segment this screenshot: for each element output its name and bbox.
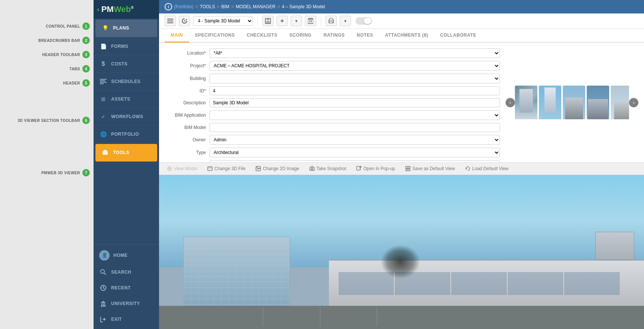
- list-view-button[interactable]: [165, 16, 176, 26]
- gallery-image-2[interactable]: [539, 86, 561, 119]
- app-container: ‹ PMWeb® 💡 PLANS 📄 FORMS $ COSTS: [94, 0, 644, 329]
- building-select[interactable]: [210, 74, 500, 83]
- history-button[interactable]: [179, 16, 190, 26]
- owner-label: Owner: [165, 137, 206, 142]
- annotation-badge-1: 1: [82, 22, 90, 30]
- annotation-label-5: HEADER: [63, 81, 80, 85]
- search-icon: [99, 268, 107, 276]
- annotation-panel: CONTROL PANEL 1 BREADCRUMBS BAR 2 HEADER…: [0, 0, 94, 329]
- gallery-image-5[interactable]: [611, 86, 629, 119]
- print-dropdown-button[interactable]: ▼: [340, 16, 351, 26]
- sidebar-item-plans[interactable]: 💡 PLANS: [95, 19, 157, 37]
- annotation-6: 3D VIEWER SECTION TOOLBAR 6: [4, 117, 90, 124]
- plans-label: PLANS: [113, 25, 129, 31]
- building-row: Building: [165, 74, 500, 83]
- save-default-button[interactable]: Save as Default View: [403, 165, 457, 172]
- bim-app-select[interactable]: [210, 110, 500, 120]
- description-label: Description: [165, 100, 206, 105]
- toggle-switch[interactable]: [355, 17, 372, 25]
- save-button[interactable]: [262, 16, 274, 26]
- print-button[interactable]: [326, 16, 337, 26]
- tab-ratings[interactable]: RATINGS: [318, 29, 351, 43]
- sidebar-item-tools[interactable]: TOOLS: [95, 144, 157, 162]
- recent-label: RECENT: [111, 285, 131, 290]
- sidebar-item-forms[interactable]: 📄 FORMS: [94, 38, 159, 55]
- view-model-button[interactable]: View Model: [165, 165, 199, 172]
- tab-scoring[interactable]: SCORING: [283, 29, 318, 43]
- gallery-image-3[interactable]: [563, 86, 585, 119]
- user-avatar: 👤: [99, 250, 110, 261]
- add-dropdown-button[interactable]: ▼: [291, 16, 302, 26]
- sidebar-item-schedules[interactable]: SCHEDULES: [94, 73, 159, 90]
- sidebar-item-home[interactable]: 👤 HOME: [94, 246, 159, 264]
- delete-button[interactable]: [305, 16, 316, 26]
- tab-checklists[interactable]: CHECKLISTS: [241, 29, 283, 43]
- svg-rect-0: [100, 79, 107, 80]
- svg-rect-4: [103, 151, 108, 155]
- svg-rect-20: [308, 19, 313, 24]
- bim-model-input[interactable]: [210, 123, 500, 132]
- svg-rect-16: [167, 22, 173, 23]
- gallery-image-1[interactable]: [515, 86, 537, 119]
- change-3d-button[interactable]: Change 3D File: [205, 165, 248, 172]
- sidebar-item-costs[interactable]: $ COSTS: [94, 55, 159, 73]
- costs-icon: $: [99, 60, 107, 68]
- exit-icon: [99, 315, 107, 323]
- info-icon[interactable]: i: [165, 3, 172, 10]
- sidebar-item-search[interactable]: SEARCH: [94, 264, 159, 280]
- building-label: Building: [165, 76, 206, 81]
- schedules-icon: [99, 77, 107, 86]
- sidebar-item-workflows[interactable]: ✓ WORKFLOWS: [94, 108, 159, 126]
- tab-notes[interactable]: NOTES: [351, 29, 379, 43]
- svg-point-29: [169, 168, 170, 169]
- open-popup-button[interactable]: Open In Pop-up: [354, 165, 397, 172]
- owner-select[interactable]: Admin: [210, 135, 500, 145]
- annotation-1: CONTROL PANEL 1: [4, 22, 90, 30]
- annotation-badge-5: 5: [82, 79, 90, 87]
- type-label: Type: [165, 150, 206, 155]
- sidebar-item-university[interactable]: UNIVERSITY: [94, 296, 159, 311]
- tab-specifications[interactable]: SPECIFICATIONS: [189, 29, 241, 43]
- breadcrumb-tools: TOOLS: [200, 4, 215, 9]
- tab-attachments[interactable]: ATTACHMENTS (8): [379, 29, 434, 43]
- svg-rect-36: [357, 166, 360, 170]
- gallery-next-button[interactable]: ›: [629, 98, 638, 107]
- annotation-label-6: 3D VIEWER SECTION TOOLBAR: [18, 119, 80, 123]
- annotation-label-1: CONTROL PANEL: [46, 24, 80, 28]
- tab-collaborate[interactable]: COLLABORATE: [434, 29, 482, 43]
- project-row: Project* ACME – ACME HOSPITAL PROJECT: [165, 61, 500, 71]
- gallery-prev-button[interactable]: ‹: [506, 98, 515, 107]
- annotation-badge-4: 4: [82, 65, 90, 73]
- sidebar-item-exit[interactable]: EXIT: [94, 311, 159, 327]
- change-2d-button[interactable]: Change 2D Image: [253, 165, 301, 172]
- svg-marker-9: [101, 301, 106, 303]
- form-section: Location* *All* Project* ACME – ACME HOS…: [165, 48, 500, 157]
- id-input[interactable]: [210, 86, 500, 95]
- home-label: HOME: [113, 253, 128, 258]
- tools-label: TOOLS: [113, 150, 129, 155]
- location-select[interactable]: *All*: [210, 48, 500, 58]
- load-default-button[interactable]: Load Default View: [463, 165, 511, 172]
- sidebar-back-button[interactable]: ‹: [97, 6, 99, 12]
- type-select[interactable]: Architectural: [210, 148, 500, 157]
- workflows-label: WORKFLOWS: [111, 114, 143, 119]
- sidebar-item-assets[interactable]: ⊞ ASSETS: [94, 90, 159, 108]
- svg-rect-10: [101, 303, 102, 306]
- description-input[interactable]: [210, 98, 500, 107]
- svg-line-7: [104, 273, 106, 275]
- recent-icon: [99, 284, 107, 292]
- portfolio-icon: 🌐: [99, 130, 107, 138]
- project-select[interactable]: ACME – ACME HOSPITAL PROJECT: [210, 61, 500, 71]
- tab-main[interactable]: MAIN: [165, 29, 189, 43]
- breadcrumb-portfolio[interactable]: (Portfolio): [174, 4, 193, 9]
- sidebar-item-recent[interactable]: RECENT: [94, 280, 159, 296]
- take-snapshot-button[interactable]: Take Snapshot: [307, 165, 348, 172]
- sidebar-item-portfolio[interactable]: 🌐 PORTFOLIO: [94, 126, 159, 143]
- record-selector[interactable]: 4 - Sample 3D Model: [193, 16, 253, 26]
- add-button[interactable]: +: [277, 16, 288, 26]
- form-image-section: Location* *All* Project* ACME – ACME HOS…: [159, 43, 644, 162]
- gallery-image-4[interactable]: [587, 86, 609, 119]
- pmweb-logo: PMWeb®: [101, 4, 134, 14]
- svg-point-35: [311, 168, 313, 170]
- exit-label: EXIT: [111, 317, 122, 322]
